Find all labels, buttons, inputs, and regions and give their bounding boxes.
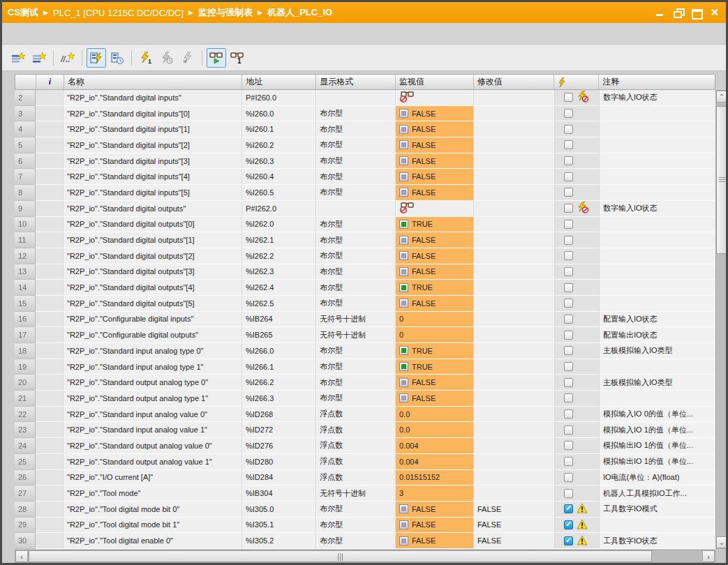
monitor-value-cell[interactable]: FALSE — [396, 137, 474, 153]
comment-cell[interactable]: 配置输出IO状态 — [600, 327, 715, 343]
monitor-all-button[interactable] — [87, 48, 106, 68]
comment-cell[interactable]: 数字输入IO状态 — [600, 201, 715, 217]
address-cell[interactable]: %I262.0 — [242, 217, 316, 233]
row-number-cell[interactable]: 11 — [15, 232, 36, 248]
address-cell[interactable]: %I262.1 — [242, 232, 316, 248]
display-format-cell[interactable]: 布尔型 — [316, 502, 396, 518]
modify-value-cell[interactable] — [474, 359, 555, 375]
row-number-cell[interactable]: 3 — [15, 106, 36, 122]
display-format-cell[interactable]: 布尔型 — [316, 280, 396, 296]
name-cell[interactable]: "R2P_io"."Standard digital outputs"[3] — [64, 264, 242, 280]
name-cell[interactable]: "R2P_io"."Standard output analog type 0" — [64, 375, 242, 391]
address-cell[interactable]: %I305.0 — [242, 502, 316, 518]
scroll-down-icon[interactable]: ⌄ — [716, 536, 727, 548]
monitor-value-cell[interactable]: FALSE — [396, 264, 474, 280]
comment-cell[interactable] — [600, 280, 715, 296]
comment-cell[interactable] — [600, 264, 715, 280]
display-format-cell[interactable]: 布尔型 — [316, 375, 396, 391]
modify-enable-checkbox[interactable] — [564, 267, 573, 276]
address-cell[interactable]: %I262.5 — [242, 296, 316, 312]
modify-enable-checkbox[interactable] — [564, 425, 573, 435]
name-cell[interactable]: "R2P_io"."Standard digital outputs"[2] — [64, 248, 242, 264]
monitor-value-cell[interactable]: TRUE — [396, 359, 474, 375]
monitor-value-cell[interactable]: 0 — [396, 312, 474, 328]
scroll-left-icon[interactable]: ‹ — [15, 550, 28, 562]
maximize-icon[interactable] — [691, 8, 702, 17]
modify-once-button[interactable]: 1 — [136, 48, 156, 68]
modify-value-cell[interactable] — [474, 375, 555, 391]
address-cell[interactable]: %I266.3 — [242, 391, 316, 407]
monitor-value-cell[interactable]: 0.0 — [396, 422, 474, 438]
display-format-cell[interactable]: 无符号十进制 — [316, 327, 396, 343]
name-cell[interactable]: "R2P_io"."Standard digital outputs" — [64, 201, 242, 217]
address-cell[interactable]: %I262.3 — [242, 264, 316, 280]
row-number-cell[interactable]: 15 — [15, 296, 36, 312]
name-cell[interactable]: "R2P_io"."Standard output analog value 1… — [64, 454, 242, 470]
watch-once-button[interactable]: 1 — [228, 48, 247, 68]
comment-cell[interactable] — [600, 153, 715, 170]
modify-value-cell[interactable]: FALSE — [474, 502, 555, 518]
address-cell[interactable]: %IB264 — [242, 312, 316, 328]
name-cell[interactable]: "R2P_io"."Configurable digital outputs" — [64, 327, 242, 343]
modify-enable-checkbox[interactable] — [564, 220, 573, 229]
row-number-cell[interactable]: 12 — [15, 248, 36, 264]
modify-value-cell[interactable]: FALSE — [474, 518, 555, 534]
monitor-value-cell[interactable]: 0.01515152 — [396, 470, 474, 486]
comment-cell[interactable]: 模拟输出IO 1的值（单位... — [600, 438, 715, 454]
comment-cell[interactable]: IO电流(单位：A)(float) — [600, 470, 715, 486]
row-number-cell[interactable]: 22 — [15, 407, 36, 423]
comment-cell[interactable] — [600, 185, 715, 201]
watch-all-button[interactable] — [207, 48, 226, 68]
comment-cell[interactable] — [600, 137, 715, 153]
comment-cell[interactable] — [600, 121, 715, 137]
vertical-scroll-thumb[interactable] — [716, 106, 727, 254]
row-number-cell[interactable]: 7 — [15, 169, 36, 185]
row-number-cell[interactable]: 19 — [15, 359, 36, 375]
name-cell[interactable]: "R2P_io"."Configurable digital inputs" — [64, 312, 242, 328]
insert-row-button[interactable] — [8, 48, 28, 68]
comment-cell[interactable]: 机器人工具模拟IO工作... — [600, 485, 715, 502]
row-number-cell[interactable]: 4 — [15, 121, 36, 137]
name-cell[interactable]: "R2P_io"."Standard digital outputs"[4] — [64, 280, 242, 296]
address-cell[interactable]: %I266.0 — [242, 343, 316, 359]
modify-value-cell[interactable] — [474, 312, 555, 328]
display-format-cell[interactable]: 布尔型 — [316, 533, 396, 549]
display-format-cell[interactable] — [316, 90, 396, 106]
display-format-cell[interactable]: 布尔型 — [316, 391, 396, 407]
monitor-value-cell[interactable] — [396, 90, 474, 106]
address-cell[interactable]: P#I262.0 — [242, 201, 316, 217]
modify-enable-checkbox[interactable] — [564, 315, 573, 324]
display-format-cell[interactable]: 布尔型 — [316, 185, 396, 201]
header-info[interactable]: i — [36, 75, 64, 89]
modify-value-cell[interactable] — [474, 201, 555, 217]
row-number-cell[interactable]: 5 — [15, 137, 36, 153]
monitor-value-cell[interactable]: TRUE — [396, 217, 474, 233]
comment-cell[interactable] — [600, 232, 715, 248]
comment-cell[interactable] — [600, 169, 715, 185]
monitor-value-cell[interactable]: TRUE — [396, 343, 474, 359]
modify-value-cell[interactable] — [474, 280, 555, 296]
modify-value-cell[interactable] — [474, 90, 555, 106]
add-row-button[interactable] — [29, 48, 49, 68]
comment-cell[interactable]: 主板模拟输入IO类型 — [600, 375, 715, 391]
modify-value-cell[interactable] — [474, 264, 555, 280]
display-format-cell[interactable]: 布尔型 — [316, 343, 396, 359]
monitor-value-cell[interactable]: TRUE — [396, 280, 474, 296]
comment-cell[interactable] — [600, 217, 715, 233]
monitor-value-cell[interactable]: FALSE — [396, 185, 474, 201]
breadcrumb-watch-tables[interactable]: 监控与强制表 — [198, 6, 253, 19]
address-cell[interactable]: %ID280 — [242, 454, 316, 470]
row-number-cell[interactable]: 25 — [15, 454, 36, 470]
display-format-cell[interactable]: 浮点数 — [316, 454, 396, 470]
modify-enable-checkbox[interactable] — [564, 393, 573, 402]
modify-enable-checkbox[interactable] — [564, 489, 573, 498]
monitor-value-cell[interactable]: 3 — [396, 485, 474, 502]
modify-value-cell[interactable] — [474, 422, 555, 438]
comment-cell[interactable]: 工具数字IO模式 — [600, 502, 715, 518]
monitor-value-cell[interactable]: FALSE — [396, 518, 474, 534]
monitor-now-button[interactable] — [107, 48, 127, 68]
close-icon[interactable]: ✕ — [709, 8, 720, 17]
address-cell[interactable]: %I260.5 — [242, 185, 316, 201]
modify-value-cell[interactable]: FALSE — [474, 533, 555, 549]
modify-value-cell[interactable] — [474, 248, 555, 264]
